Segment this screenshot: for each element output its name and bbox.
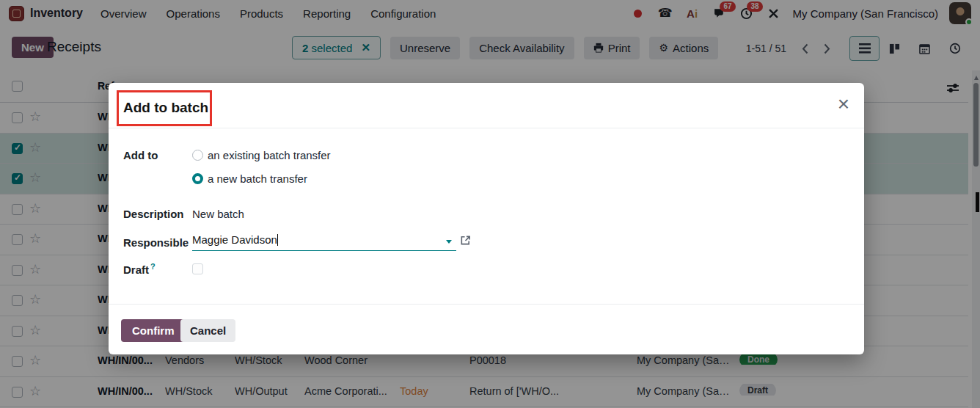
draft-label: Draft? <box>123 262 156 276</box>
confirm-button[interactable]: Confirm <box>121 319 186 342</box>
radio-existing-batch-label[interactable]: an existing batch transfer <box>208 149 331 161</box>
header-divider <box>109 128 864 128</box>
responsible-label: Responsible <box>123 236 189 249</box>
footer-divider <box>109 304 864 305</box>
add-to-label: Add to <box>123 149 158 161</box>
description-field[interactable]: New batch <box>192 208 244 220</box>
add-to-batch-dialog: Add to batch × Add to an existing batch … <box>109 83 864 354</box>
external-link-icon[interactable] <box>460 235 471 246</box>
cancel-button[interactable]: Cancel <box>180 319 235 342</box>
description-label: Description <box>123 208 184 220</box>
draft-help-icon[interactable]: ? <box>150 262 156 271</box>
responsible-value: Maggie Davidson <box>192 233 277 246</box>
draft-checkbox[interactable] <box>192 263 203 274</box>
radio-new-batch-label[interactable]: a new batch transfer <box>208 172 307 185</box>
radio-new-batch[interactable] <box>192 173 203 184</box>
radio-existing-batch[interactable] <box>192 150 203 161</box>
mouse-cursor <box>976 192 979 212</box>
responsible-input[interactable]: Maggie Davidson <box>192 233 456 251</box>
dialog-title: Add to batch <box>123 100 208 116</box>
text-cursor <box>277 234 278 246</box>
close-icon[interactable]: × <box>838 94 849 114</box>
dropdown-caret-icon[interactable] <box>446 240 452 244</box>
